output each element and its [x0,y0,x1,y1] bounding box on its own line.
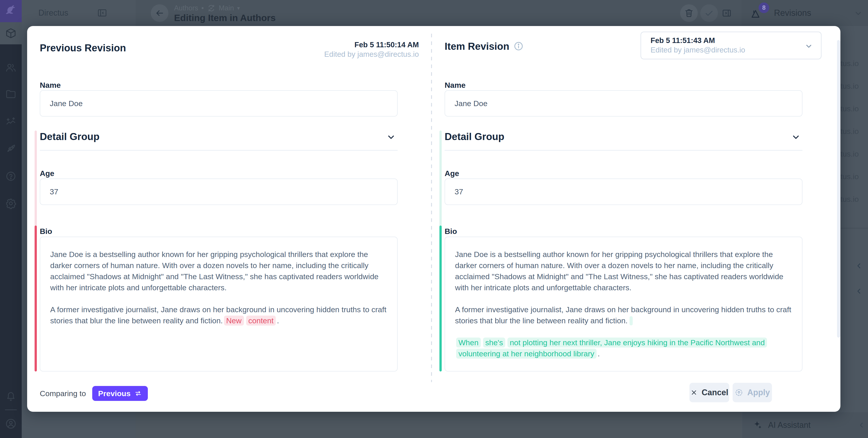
breadcrumb[interactable]: Authors • Main ▾ [174,4,240,12]
age-value: 37 [50,187,58,196]
revision-select-dropdown[interactable]: Feb 5 11:51:43 AM Edited by james@direct… [641,32,822,59]
delete-item-button[interactable] [680,4,698,22]
module-item-users[interactable] [0,60,22,76]
name-value: Jane Doe [455,99,488,108]
bell-icon [5,391,17,402]
chevron-left-icon[interactable] [857,421,866,430]
module-item-settings[interactable] [0,196,22,211]
apply-button[interactable]: Apply [733,383,772,402]
item-revision-title: Item Revision [445,41,524,52]
breadcrumb-version[interactable]: Main [219,4,234,12]
modal-scrollbar[interactable] [837,40,840,338]
bio-label: Bio [40,227,52,236]
detail-group-title: Detail Group [445,131,504,142]
sidebar-divider [836,228,868,229]
revision-list-item[interactable]: tus.io [840,172,868,182]
sparkles-icon [752,420,763,430]
breadcrumb-caret-icon[interactable]: ▾ [237,5,240,11]
detail-group-title: Detail Group [40,131,99,142]
bio-added-accent-bar [439,226,442,372]
module-bar-divider [5,409,17,410]
chevron-left-icon[interactable] [855,261,864,270]
diff-added-chunk: When [456,338,481,348]
compare-target-button[interactable]: Previous [92,386,148,401]
notifications-button[interactable] [0,389,22,405]
revision-list-item[interactable]: tus.io [840,59,868,68]
diff-added-chunk: she's [483,338,505,348]
collapse-nav-icon[interactable] [97,7,107,18]
chevron-down-icon [804,41,813,51]
cancel-button[interactable]: Cancel [689,383,729,402]
bio-paragraph: A former investigative journalist, Jane … [455,304,792,326]
ai-assistant-label: AI Assistant [768,420,811,430]
project-name: Directus [38,8,68,18]
detail-group-header-current[interactable]: Detail Group [445,130,802,144]
breadcrumb-collection[interactable]: Authors [174,4,198,12]
apply-label: Apply [747,388,770,397]
apply-commit-icon [735,388,743,397]
group-divider [40,150,398,151]
bio-deleted-accent-bar [35,226,37,372]
name-label: Name [445,81,466,90]
module-item-insights[interactable] [0,114,22,130]
module-item-guides[interactable] [0,141,22,156]
chevron-down-icon[interactable] [791,132,801,142]
bio-text: A former investigative journalist, Jane … [50,305,386,325]
arrow-left-icon [154,8,165,18]
diff-added-space [629,316,633,325]
close-icon [690,389,698,396]
save-item-button[interactable] [700,4,718,22]
item-revision-title-text: Item Revision [445,41,509,52]
user-menu-button[interactable] [0,416,22,432]
module-bar [0,0,22,438]
previous-revision-timestamp: Feb 5 11:50:14 AM [324,40,419,50]
rocket-icon [5,143,17,154]
diff-removed-chunk: content [246,316,276,326]
directus-rabbit-icon [4,4,18,18]
revisions-count-badge: 8 [758,2,769,13]
directus-logo[interactable] [0,0,22,22]
revision-list-item[interactable]: tus.io [840,127,868,137]
compare-target-label: Previous [98,389,131,398]
bio-text: . [598,349,600,358]
item-revision-edited-by: Edited by james@directus.io [651,45,821,55]
chevron-left-icon[interactable] [855,287,864,296]
chevron-down-icon[interactable] [386,132,396,142]
name-field-previous[interactable]: Jane Doe [40,90,398,117]
check-icon [704,8,714,18]
module-item-help[interactable] [0,168,22,184]
help-icon [5,171,17,182]
previous-revision-header: Previous Revision Feb 5 11:50:14 AM Edit… [40,40,419,62]
module-item-content[interactable] [0,22,22,45]
bio-field-previous[interactable]: Jane Doe is a bestselling author known f… [40,237,398,372]
name-value: Jane Doe [50,99,83,108]
modal-footer: Comparing to Previous Cancel Apply [27,376,840,412]
name-field-current[interactable]: Jane Doe [445,90,802,117]
chevron-down-icon[interactable] [854,8,863,18]
bio-paragraph: Jane Doe is a bestselling author known f… [455,249,792,293]
folder-icon [5,88,17,100]
revision-list-item[interactable]: tus.io [840,195,868,204]
bio-text: A former investigative journalist, Jane … [455,305,791,325]
bio-paragraph: Jane Doe is a bestselling author known f… [50,249,387,293]
revision-list-item[interactable]: tus.io [840,82,868,91]
bio-label: Bio [445,227,457,236]
back-button[interactable] [151,4,168,22]
revision-list-item[interactable]: tus.io [840,104,868,114]
module-item-files[interactable] [0,86,22,102]
ai-assistant-bar[interactable]: AI Assistant [742,412,868,438]
cancel-label: Cancel [702,388,728,397]
comparing-to-label: Comparing to [40,389,86,398]
bio-paragraph: Whenshe'snot plotting her next thriller,… [455,337,792,359]
diff-removed-chunk: New [224,316,244,326]
bio-paragraph: A former investigative journalist, Jane … [50,304,387,326]
age-field-current[interactable]: 37 [445,178,802,205]
info-icon[interactable] [513,41,524,51]
detail-group-header-previous[interactable]: Detail Group [40,130,398,144]
bio-field-current[interactable]: Jane Doe is a bestselling author known f… [445,237,802,372]
panel-right-icon[interactable] [721,8,732,18]
age-field-previous[interactable]: 37 [40,178,398,205]
breadcrumb-separator: • [202,4,204,12]
box-icon [5,28,17,39]
revision-list-item[interactable]: tus.io [840,150,868,159]
